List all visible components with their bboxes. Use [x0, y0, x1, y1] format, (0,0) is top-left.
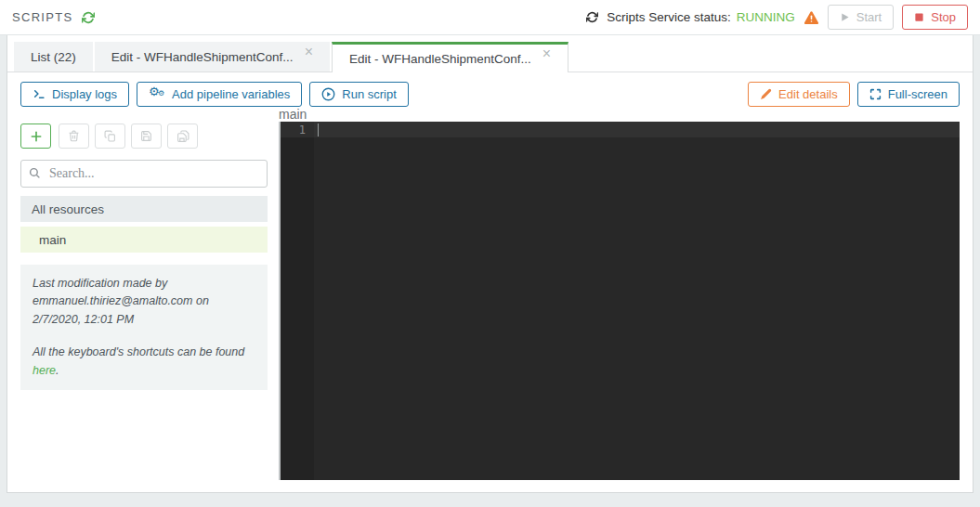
- shortcuts-link[interactable]: here: [33, 364, 56, 377]
- copy-icon: [104, 130, 116, 142]
- save-all-icon: [176, 130, 189, 143]
- tab-list[interactable]: List (22): [14, 42, 93, 72]
- add-pipeline-variables-button[interactable]: ⚙⚙ Add pipeline variables: [137, 82, 302, 107]
- gears-icon: ⚙⚙: [149, 87, 165, 101]
- start-button[interactable]: Start: [828, 5, 894, 30]
- tab-bar: List (22) Edit - WFHandleShipmentConf...…: [7, 35, 973, 72]
- close-icon[interactable]: ×: [305, 45, 313, 59]
- service-status-label: Scripts Service status:: [607, 10, 731, 24]
- editor-cursor: [318, 124, 319, 136]
- terminal-icon: [33, 88, 46, 100]
- last-modification-note: Last modification made by emmanuel.thiri…: [33, 275, 255, 329]
- fullscreen-icon: [869, 88, 882, 100]
- resource-panel: All resources main Last modification mad…: [20, 124, 268, 390]
- resource-group-header: All resources: [20, 196, 268, 222]
- search-icon: [29, 167, 41, 179]
- shortcuts-note: All the keyboard's shortcuts can be foun…: [33, 344, 255, 380]
- script-toolbar: Display logs ⚙⚙ Add pipeline variables R…: [20, 82, 960, 107]
- editor-active-line[interactable]: 1: [281, 122, 960, 137]
- page-title: SCRIPTS: [12, 10, 72, 24]
- warning-icon: [804, 10, 819, 25]
- stop-button[interactable]: Stop: [902, 5, 968, 30]
- close-icon[interactable]: ×: [542, 46, 551, 61]
- add-resource-button[interactable]: [20, 124, 51, 149]
- tab-edit-2[interactable]: Edit - WFHandleShipmentConf... ×: [332, 42, 568, 72]
- refresh-scripts-icon[interactable]: [82, 11, 95, 24]
- play-icon: [840, 12, 850, 22]
- save-all-button[interactable]: [167, 124, 198, 149]
- app-header: SCRIPTS Scripts Service status: RUNNING …: [0, 0, 980, 35]
- trash-icon: [68, 130, 80, 142]
- resource-search-input[interactable]: [20, 160, 268, 188]
- delete-resource-button[interactable]: [59, 124, 89, 149]
- service-status-value: RUNNING: [737, 10, 795, 24]
- play-circle-icon: [321, 87, 335, 101]
- plus-icon: [30, 130, 43, 143]
- run-script-button[interactable]: Run script: [309, 82, 409, 107]
- code-editor[interactable]: 1: [279, 122, 960, 480]
- copy-resource-button[interactable]: [95, 124, 125, 149]
- save-icon: [140, 130, 152, 142]
- status-refresh-icon[interactable]: [586, 11, 598, 23]
- stop-icon: [914, 12, 924, 22]
- editor-resource-label: main: [279, 107, 960, 122]
- display-logs-button[interactable]: Display logs: [20, 82, 129, 107]
- edit-details-button[interactable]: Edit details: [748, 82, 850, 107]
- fullscreen-button[interactable]: Full-screen: [857, 82, 960, 107]
- resource-item-main[interactable]: main: [20, 227, 268, 253]
- tab-edit-1[interactable]: Edit - WFHandleShipmentConf... ×: [95, 42, 330, 72]
- scripts-panel: List (22) Edit - WFHandleShipmentConf...…: [7, 35, 973, 493]
- editor-info-box: Last modification made by emmanuel.thiri…: [20, 265, 268, 390]
- pencil-icon: [760, 88, 772, 100]
- editor-line-number: 1: [281, 124, 314, 136]
- save-resource-button[interactable]: [131, 124, 162, 149]
